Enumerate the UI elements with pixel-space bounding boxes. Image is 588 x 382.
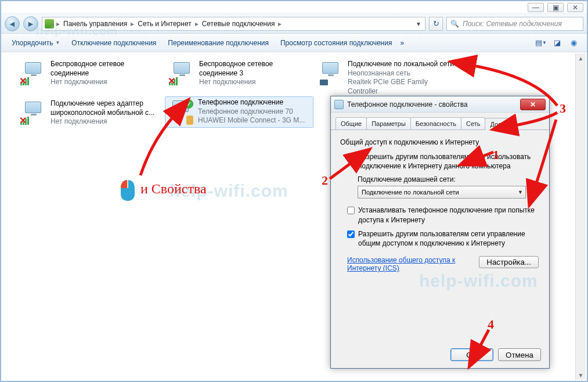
breadcrumb-seg[interactable]: Сеть и Интернет: [136, 20, 192, 28]
disabled-x-icon: ✕: [19, 75, 27, 87]
view-status-button[interactable]: Просмотр состояния подключения: [275, 37, 398, 49]
allow-sharing-checkbox[interactable]: [347, 153, 355, 161]
view-options-button[interactable]: ▤▼: [535, 37, 547, 49]
tab-security[interactable]: Безопасность: [410, 117, 461, 129]
tab-options[interactable]: Параметры: [366, 117, 411, 129]
home-network-label: Подключение домашней сети:: [358, 175, 540, 183]
scroll-down-icon[interactable]: ▼: [576, 370, 586, 380]
connection-status: Нет подключения: [50, 117, 162, 127]
search-icon: 🔍: [450, 20, 459, 28]
disable-connection-button[interactable]: Отключение подключения: [66, 37, 162, 49]
tab-strip: Общие Параметры Безопасность Сеть Доступ: [331, 113, 549, 130]
maximize-button[interactable]: ▣: [547, 3, 564, 12]
ok-button[interactable]: OK: [450, 348, 493, 361]
titlebar: — ▣ ✕: [1, 1, 587, 14]
help-button[interactable]: ◉: [567, 37, 580, 49]
scroll-up-icon[interactable]: ▲: [576, 53, 586, 63]
connection-icon: ✕: [19, 60, 47, 88]
dialog-close-button[interactable]: ✕: [520, 99, 546, 110]
rename-connection-button[interactable]: Переименование подключения: [162, 37, 275, 49]
tab-sharing[interactable]: Доступ: [485, 118, 516, 130]
close-button[interactable]: ✕: [567, 3, 583, 12]
cancel-button[interactable]: Отмена: [498, 348, 541, 361]
connection-name: Подключение через адаптер широкополосной…: [50, 99, 162, 117]
connection-item[interactable]: ✕ Беспроводное сетевое соединение 3 Нет …: [166, 58, 312, 89]
connection-status: Неопознанная сеть: [348, 69, 459, 78]
tab-content: Общий доступ к подключению к Интернету Р…: [331, 130, 549, 348]
watermark: help-wifi.com: [169, 181, 288, 201]
connection-name: Подключение по локальной сети: [348, 60, 459, 69]
search-placeholder: Поиск: Сетевые подключения: [463, 20, 562, 28]
settings-button[interactable]: Настройка...: [479, 256, 539, 268]
disabled-x-icon: ✕: [19, 115, 27, 126]
combo-value: Подключение по локальной сети: [362, 189, 459, 196]
connection-item-phone[interactable]: ✓ Телефонное подключение Телефонное подк…: [165, 96, 313, 128]
toolbar-overflow[interactable]: »: [398, 39, 406, 47]
connection-device: HUAWEI Mobile Connect - 3G M...: [198, 116, 305, 125]
connected-check-icon: ✓: [184, 99, 193, 109]
connection-item[interactable]: ✕ Беспроводное сетевое соединение Нет по…: [17, 58, 164, 89]
properties-dialog: Телефонное подключение - свойства ✕ Общи…: [330, 96, 550, 369]
dial-on-demand-label: Устанавливать телефонное подключение при…: [358, 206, 540, 224]
allow-control-label: Разрешить другим пользователям сети упра…: [358, 229, 540, 248]
tab-general[interactable]: Общие: [336, 117, 367, 129]
group-title: Общий доступ к подключению к Интернету: [340, 138, 540, 146]
vertical-scrollbar[interactable]: ▲ ▼: [575, 53, 586, 380]
connection-item-lan[interactable]: Подключение по локальной сети Неопознанн…: [315, 58, 461, 98]
connection-name: Беспроводное сетевое соединение: [50, 60, 162, 78]
allow-control-checkbox[interactable]: [347, 230, 355, 238]
connection-name: Телефонное подключение: [198, 98, 305, 107]
connection-icon: ✓: [167, 98, 194, 126]
connection-status: Нет подключения: [50, 78, 162, 87]
watermark: help-wifi.com: [419, 271, 538, 291]
dialog-title: Телефонное подключение - свойства: [347, 100, 517, 109]
connection-item[interactable]: ✕ Подключение через адаптер широкополосн…: [17, 98, 164, 129]
watermark: help-wifi.com: [36, 24, 118, 38]
minimize-button[interactable]: —: [528, 3, 544, 12]
phone-icon: [186, 116, 193, 125]
connection-device: Realtek PCIe GBE Family Controller: [348, 78, 459, 96]
ics-help-link[interactable]: Использование общего доступа к Интернету…: [347, 256, 463, 272]
connection-name: Беспроводное сетевое соединение 3: [199, 60, 311, 78]
chevron-down-icon: ▼: [518, 189, 523, 195]
connection-status: Телефонное подключение 70: [198, 107, 305, 117]
home-network-combo[interactable]: Подключение по локальной сети ▼: [358, 186, 526, 199]
chevron-down-icon[interactable]: ▾: [417, 20, 423, 28]
dial-on-demand-checkbox[interactable]: [347, 207, 355, 214]
disabled-x-icon: ✕: [168, 75, 175, 87]
search-input[interactable]: 🔍 Поиск: Сетевые подключения: [446, 17, 583, 31]
dialog-icon: [334, 100, 344, 109]
organize-menu[interactable]: Упорядочить▼: [6, 37, 66, 49]
connection-status: Нет подключения: [199, 78, 311, 87]
connection-icon: ✕: [19, 99, 47, 127]
preview-pane-button[interactable]: ◪: [551, 37, 564, 49]
connection-icon: ✕: [168, 60, 196, 88]
dialog-titlebar[interactable]: Телефонное подключение - свойства ✕: [331, 96, 549, 113]
tab-network[interactable]: Сеть: [461, 117, 485, 129]
ethernet-icon: [320, 80, 328, 85]
nav-back-button[interactable]: ◄: [5, 16, 20, 31]
breadcrumb-seg[interactable]: Сетевые подключения: [201, 20, 276, 28]
connection-icon: [316, 60, 344, 88]
refresh-button[interactable]: ↻: [429, 17, 443, 31]
allow-sharing-label: Разрешить другим пользователям сети испо…: [358, 152, 540, 171]
